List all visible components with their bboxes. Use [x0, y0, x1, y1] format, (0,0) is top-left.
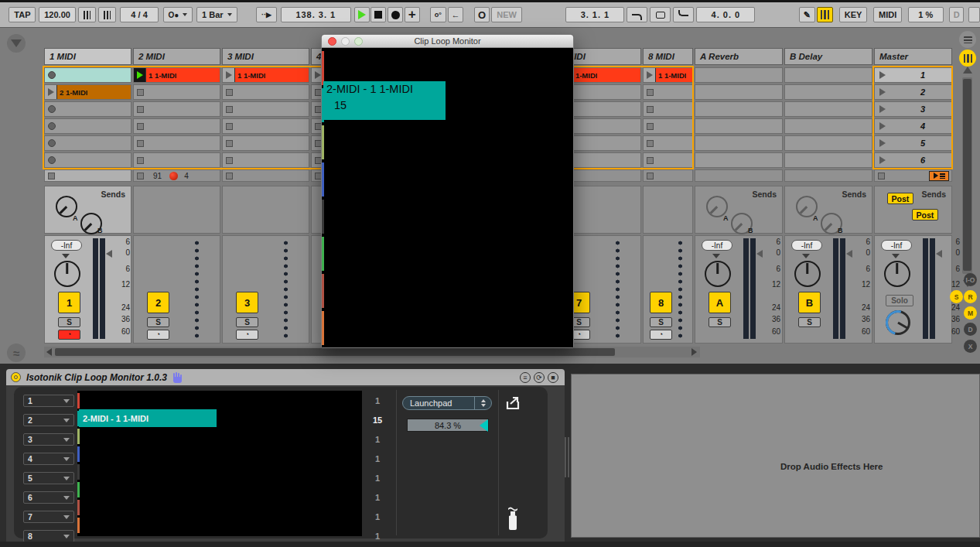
clip-slot[interactable] [643, 135, 693, 151]
stop-all-clips-button[interactable] [929, 171, 949, 181]
show-delay-toggle[interactable]: D [964, 323, 977, 336]
clip-slot[interactable] [44, 152, 131, 168]
show-clip-overview-button[interactable] [959, 31, 976, 48]
volume-field[interactable]: -Inf [791, 240, 822, 251]
session-vertical-scrollbar[interactable] [962, 77, 972, 274]
slot-selector-dropdown[interactable]: 8 [23, 530, 74, 542]
track-activator-button[interactable]: 1 [58, 292, 80, 313]
track-activator-button[interactable]: 2 [147, 292, 169, 313]
device-save-button[interactable]: ■ [548, 372, 558, 383]
clip-play-icon[interactable] [48, 88, 54, 96]
scene-row[interactable]: 6 [874, 152, 952, 168]
punch-in-button[interactable] [627, 7, 647, 22]
pre-post-b-button[interactable]: Post [912, 209, 938, 221]
arm-button[interactable]: ◔ [236, 330, 258, 340]
track-header[interactable]: 3 MIDI [222, 48, 309, 65]
stop-clip-icon[interactable] [137, 173, 144, 179]
clip-stop-row[interactable] [874, 169, 952, 182]
clip-slot[interactable] [643, 101, 693, 117]
clip-play-icon[interactable] [315, 71, 321, 79]
clip-slot[interactable] [643, 84, 693, 100]
session-record-button[interactable]: O [474, 7, 490, 22]
loop-length-field[interactable]: 4. 0. 0 [696, 7, 755, 22]
solo-button[interactable]: S [58, 317, 80, 327]
clip-slot[interactable]: 1 1-MIDI [643, 67, 693, 83]
device-unfold-button[interactable]: ≡ [520, 372, 531, 383]
scene-play-icon[interactable] [879, 88, 886, 96]
arm-button[interactable]: ◔ [147, 330, 169, 340]
brightness-slider[interactable]: 84.3 % [407, 419, 489, 432]
solo-button[interactable]: S [147, 317, 169, 327]
scrollbar-thumb[interactable] [963, 79, 971, 271]
stop-clip-icon[interactable] [226, 173, 233, 179]
volume-field[interactable]: -Inf [881, 240, 912, 251]
track-header[interactable]: 8 MIDI [643, 48, 693, 65]
volume-knob[interactable] [705, 261, 731, 287]
show-returns-toggle[interactable]: R [964, 290, 977, 303]
track-header[interactable]: B Delay [784, 48, 872, 65]
volume-knob[interactable] [54, 261, 80, 287]
audio-effects-drop-zone[interactable]: Drop Audio Effects Here [571, 374, 980, 538]
track-header[interactable]: 2 MIDI [133, 48, 220, 65]
scene-row[interactable]: 1 [874, 67, 952, 83]
track-header[interactable]: 1 MIDI [44, 48, 131, 65]
nudge-down-button[interactable] [78, 7, 96, 22]
show-io-toggle[interactable]: I-O [964, 273, 977, 286]
midi-map-button[interactable]: MIDI [873, 7, 902, 22]
pre-post-a-button[interactable]: Post [887, 193, 913, 204]
clip-slot[interactable] [133, 152, 220, 168]
scene-row[interactable]: 2 [874, 84, 952, 100]
clip-slot[interactable] [222, 135, 309, 151]
clip-slot[interactable]: 1 1-MIDI [222, 67, 309, 83]
metronome-button[interactable]: O● [163, 7, 193, 22]
clip-loop-monitor-window[interactable]: Clip Loop Monitor 2-MIDI - 1 1-MIDI 15 [321, 34, 574, 348]
controller-select-dropdown[interactable]: Launchpad [402, 396, 492, 410]
nudge-up-button[interactable] [98, 7, 116, 22]
slot-selector-dropdown[interactable]: 1 [23, 395, 74, 407]
draw-mode-button[interactable]: ✎ [799, 7, 815, 22]
back-to-arrangement-button[interactable]: ← [448, 7, 464, 22]
capture-scene-button[interactable]: NEW [491, 7, 522, 22]
scene-play-icon[interactable] [879, 156, 886, 164]
pan-control[interactable] [712, 254, 720, 258]
pan-control[interactable] [62, 254, 70, 258]
stop-button[interactable] [370, 7, 386, 22]
slot-selector-dropdown[interactable]: 2 [23, 414, 74, 426]
pan-control[interactable] [802, 254, 810, 258]
loop-button[interactable] [650, 7, 671, 22]
scene-row[interactable]: 3 [874, 101, 952, 117]
show-mixer-button[interactable] [959, 50, 976, 67]
overdub-button[interactable]: + [405, 7, 420, 22]
record-button[interactable] [388, 7, 403, 22]
show-browser-button[interactable] [7, 34, 26, 53]
show-sends-toggle[interactable]: S [950, 290, 963, 303]
arrangement-position-field[interactable]: 138. 3. 1 [281, 7, 351, 22]
session-horizontal-scrollbar[interactable] [44, 347, 700, 357]
clip-stop-row[interactable] [44, 169, 131, 182]
scrollbar-thumb[interactable] [55, 348, 615, 356]
reenable-automation-button[interactable]: o° [430, 7, 446, 22]
slot-selector-dropdown[interactable]: 7 [23, 511, 74, 523]
master-solo-button[interactable]: Solo [886, 295, 913, 306]
loop-start-field[interactable]: 3. 1. 1 [565, 7, 624, 22]
clip-play-icon[interactable] [226, 71, 232, 79]
pan-control[interactable] [892, 254, 900, 258]
clip-play-icon[interactable] [137, 71, 143, 79]
tap-tempo-button[interactable]: TAP [9, 7, 36, 22]
volume-field[interactable]: -Inf [702, 240, 732, 251]
scroll-up-icon[interactable] [963, 67, 972, 74]
solo-button[interactable]: S [709, 317, 731, 327]
clip-slot[interactable] [44, 101, 131, 117]
slot-selector-dropdown[interactable]: 6 [23, 491, 74, 504]
clip-slot[interactable] [222, 101, 309, 117]
clip-slot[interactable] [222, 152, 309, 168]
device-drag-handle[interactable] [565, 437, 569, 477]
time-signature-field[interactable]: 4 / 4 [120, 7, 159, 22]
scene-row[interactable]: 4 [874, 118, 952, 134]
device-activator-button[interactable] [11, 372, 21, 382]
volume-field[interactable]: -Inf [51, 240, 82, 251]
clip-slot[interactable]: 2 1-MIDI [44, 84, 131, 100]
track-activator-button[interactable]: 3 [236, 292, 258, 313]
clip-slot[interactable] [222, 118, 309, 134]
scene-play-icon[interactable] [879, 71, 886, 79]
